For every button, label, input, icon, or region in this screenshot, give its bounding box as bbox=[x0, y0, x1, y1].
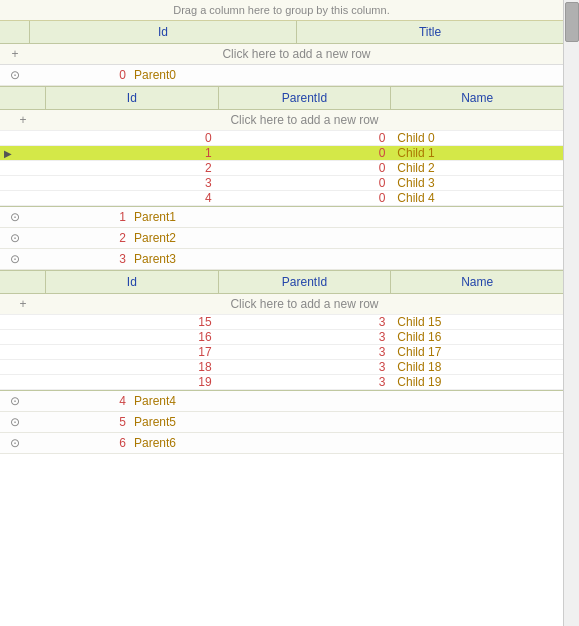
child-col-id: Id bbox=[46, 87, 219, 109]
child-add-text-3[interactable]: Click here to add a new row bbox=[46, 297, 563, 311]
child-id-0-2: 2 bbox=[46, 161, 220, 175]
child-col-name: Name bbox=[391, 87, 563, 109]
child-name-3-19: Child 19 bbox=[393, 375, 563, 389]
child-parentid-0-4: 0 bbox=[220, 191, 394, 205]
parent-row-1[interactable]: ⊙ 1 Parent1 bbox=[0, 207, 563, 228]
child-col-name-3: Name bbox=[391, 271, 563, 293]
child-col-parentid: ParentId bbox=[219, 87, 392, 109]
parent-id-0: 0 bbox=[30, 68, 130, 82]
child-id-0-4: 4 bbox=[46, 191, 220, 205]
parent-expand-btn-6[interactable]: ⊙ bbox=[0, 433, 30, 453]
child-parentid-3-15: 3 bbox=[220, 315, 394, 329]
parent-expand-btn-5[interactable]: ⊙ bbox=[0, 412, 30, 432]
outer-add-plus-icon[interactable]: + bbox=[0, 47, 30, 61]
parent-id-5: 5 bbox=[30, 415, 130, 429]
parent-expand-btn-4[interactable]: ⊙ bbox=[0, 391, 30, 411]
child-parentid-3-18: 3 bbox=[220, 360, 394, 374]
child-id-3-19: 19 bbox=[46, 375, 220, 389]
child-row-3-15[interactable]: 15 3 Child 15 bbox=[0, 315, 563, 330]
parent-expand-btn-2[interactable]: ⊙ bbox=[0, 228, 30, 248]
parent-title-0: Parent0 bbox=[130, 68, 563, 82]
outer-header: Id Title bbox=[0, 21, 563, 44]
parent-title-4: Parent4 bbox=[130, 394, 563, 408]
child-name-0-0: Child 0 bbox=[393, 131, 563, 145]
child-id-3-16: 16 bbox=[46, 330, 220, 344]
child-id-3-15: 15 bbox=[46, 315, 220, 329]
child-row-0-2[interactable]: 2 0 Child 2 bbox=[0, 161, 563, 176]
child-name-3-17: Child 17 bbox=[393, 345, 563, 359]
scrollbar[interactable] bbox=[563, 0, 579, 626]
child-id-0-1: 1 bbox=[46, 146, 220, 160]
parent-row-2[interactable]: ⊙ 2 Parent2 bbox=[0, 228, 563, 249]
outer-header-title: Title bbox=[297, 21, 563, 43]
outer-add-row-bar[interactable]: + Click here to add a new row bbox=[0, 44, 563, 65]
parent-expand-btn-1[interactable]: ⊙ bbox=[0, 207, 30, 227]
child-name-3-18: Child 18 bbox=[393, 360, 563, 374]
child-parentid-0-1: 0 bbox=[220, 146, 394, 160]
child-add-row-0[interactable]: + Click here to add a new row bbox=[0, 110, 563, 131]
child-row-3-16[interactable]: 16 3 Child 16 bbox=[0, 330, 563, 345]
row-indicator-0-1: ▶ bbox=[0, 148, 16, 159]
parent-row-3[interactable]: ⊙ 3 Parent3 bbox=[0, 249, 563, 270]
main-container: Drag a column here to group by this colu… bbox=[0, 0, 579, 626]
outer-header-id: Id bbox=[30, 21, 297, 43]
child-col-id-3: Id bbox=[46, 271, 219, 293]
child-grid-3: Id ParentId Name + Click here to add a n… bbox=[0, 270, 563, 391]
child-id-3-17: 17 bbox=[46, 345, 220, 359]
child-add-row-3[interactable]: + Click here to add a new row bbox=[0, 294, 563, 315]
child-name-3-15: Child 15 bbox=[393, 315, 563, 329]
drag-header-text: Drag a column here to group by this colu… bbox=[173, 4, 389, 16]
child-name-0-4: Child 4 bbox=[393, 191, 563, 205]
child-parentid-3-19: 3 bbox=[220, 375, 394, 389]
child-name-0-3: Child 3 bbox=[393, 176, 563, 190]
parent-id-3: 3 bbox=[30, 252, 130, 266]
child-add-text-0[interactable]: Click here to add a new row bbox=[46, 113, 563, 127]
parent-id-4: 4 bbox=[30, 394, 130, 408]
outer-header-expand-col bbox=[0, 21, 30, 43]
parent-title-2: Parent2 bbox=[130, 231, 563, 245]
child-add-plus-icon-0[interactable]: + bbox=[0, 113, 46, 127]
parent-id-2: 2 bbox=[30, 231, 130, 245]
parent-title-6: Parent6 bbox=[130, 436, 563, 450]
child-row-3-18[interactable]: 18 3 Child 18 bbox=[0, 360, 563, 375]
drag-header: Drag a column here to group by this colu… bbox=[0, 0, 563, 21]
parent-title-3: Parent3 bbox=[130, 252, 563, 266]
parent-id-1: 1 bbox=[30, 210, 130, 224]
child-col-parentid-3: ParentId bbox=[219, 271, 392, 293]
child-row-0-0[interactable]: 0 0 Child 0 bbox=[0, 131, 563, 146]
parent-row-5[interactable]: ⊙ 5 Parent5 bbox=[0, 412, 563, 433]
child-header-empty-3 bbox=[0, 271, 46, 293]
parent-row-4[interactable]: ⊙ 4 Parent4 bbox=[0, 391, 563, 412]
child-row-0-4[interactable]: 4 0 Child 4 bbox=[0, 191, 563, 206]
parent-id-6: 6 bbox=[30, 436, 130, 450]
parent-row-6[interactable]: ⊙ 6 Parent6 bbox=[0, 433, 563, 454]
outer-add-row-text[interactable]: Click here to add a new row bbox=[30, 47, 563, 61]
child-add-plus-icon-3[interactable]: + bbox=[0, 297, 46, 311]
child-grid-0: Id ParentId Name + Click here to add a n… bbox=[0, 86, 563, 207]
child-name-0-1: Child 1 bbox=[393, 146, 563, 160]
child-id-0-3: 3 bbox=[46, 176, 220, 190]
child-name-3-16: Child 16 bbox=[393, 330, 563, 344]
child-parentid-3-16: 3 bbox=[220, 330, 394, 344]
parent-title-1: Parent1 bbox=[130, 210, 563, 224]
child-parentid-0-2: 0 bbox=[220, 161, 394, 175]
child-header-3: Id ParentId Name bbox=[0, 270, 563, 294]
parent-row-0[interactable]: ⊙ 0 Parent0 bbox=[0, 65, 563, 86]
child-name-0-2: Child 2 bbox=[393, 161, 563, 175]
child-row-3-17[interactable]: 17 3 Child 17 bbox=[0, 345, 563, 360]
parent-expand-btn-3[interactable]: ⊙ bbox=[0, 249, 30, 269]
child-parentid-3-17: 3 bbox=[220, 345, 394, 359]
parent-expand-btn-0[interactable]: ⊙ bbox=[0, 65, 30, 85]
child-id-3-18: 18 bbox=[46, 360, 220, 374]
content-area: Drag a column here to group by this colu… bbox=[0, 0, 563, 626]
child-row-3-19[interactable]: 19 3 Child 19 bbox=[0, 375, 563, 390]
child-row-0-3[interactable]: 3 0 Child 3 bbox=[0, 176, 563, 191]
child-header-0: Id ParentId Name bbox=[0, 86, 563, 110]
child-id-0-0: 0 bbox=[46, 131, 220, 145]
scrollbar-thumb[interactable] bbox=[565, 2, 579, 42]
child-row-0-1[interactable]: ▶ 1 0 Child 1 bbox=[0, 146, 563, 161]
child-header-empty bbox=[0, 87, 46, 109]
parent-title-5: Parent5 bbox=[130, 415, 563, 429]
child-parentid-0-0: 0 bbox=[220, 131, 394, 145]
child-parentid-0-3: 0 bbox=[220, 176, 394, 190]
